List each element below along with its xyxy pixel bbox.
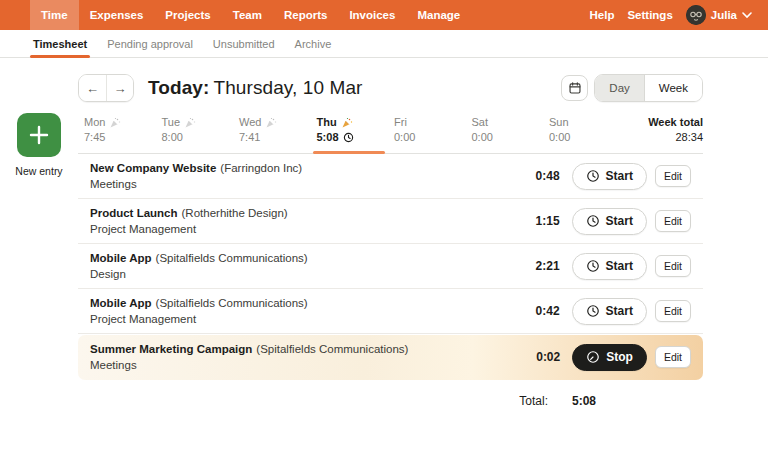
entry-project: Mobile App [90, 252, 152, 264]
entry-info: Mobile App(Spitalfields Communications) … [90, 296, 512, 326]
page-title: Today:Thursday, 10 Mar [148, 77, 363, 99]
day-cell-wed[interactable]: Wed 7:41 [233, 116, 311, 144]
new-entry-column: New entry [0, 112, 78, 408]
entry-project: Summer Marketing Campaign [90, 343, 252, 355]
day-cell-sat[interactable]: Sat 0:00 [466, 116, 544, 144]
tab-pending-approval[interactable]: Pending approval [107, 30, 193, 57]
start-label: Start [606, 214, 633, 228]
nav-item-reports[interactable]: Reports [273, 0, 338, 30]
entry-task: Project Management [90, 222, 512, 236]
entry-client: (Spitalfields Communications) [156, 297, 308, 309]
entry-info: Mobile App(Spitalfields Communications) … [90, 251, 512, 281]
week-total: Week total 28:34 [648, 116, 703, 144]
day-name: Sat [472, 116, 489, 129]
day-cell-fri[interactable]: Fri 0:00 [388, 116, 466, 144]
entry-client: (Spitalfields Communications) [156, 252, 308, 264]
clock-icon [586, 304, 600, 318]
day-cell-thu-selected[interactable]: Thu 5:08 [311, 116, 389, 144]
plus-icon [28, 124, 50, 146]
day-name: Sun [549, 116, 569, 129]
entry-project: New Company Website [90, 162, 216, 174]
edit-entry-button[interactable]: Edit [655, 165, 691, 187]
entry-task: Project Management [90, 312, 512, 326]
user-name: Julia [711, 9, 737, 21]
nav-item-manage[interactable]: Manage [406, 0, 471, 30]
nav-item-team[interactable]: Team [222, 0, 273, 30]
clock-icon [586, 259, 600, 273]
start-timer-button[interactable]: Start [572, 208, 647, 235]
day-total: 0:00 [472, 131, 544, 144]
day-name: Thu [317, 116, 337, 129]
edit-entry-button[interactable]: Edit [655, 346, 691, 368]
celebration-icon [109, 117, 121, 129]
timesheet-row: Mobile App(Spitalfields Communications) … [78, 289, 703, 334]
stop-timer-button[interactable]: Stop [572, 344, 647, 371]
timesheet-table: Mon 7:45 Tue 8:00 Wed 7:41 Thu [78, 112, 703, 408]
timesheet-row: Product Launch(Rotherhithe Design) Proje… [78, 199, 703, 244]
start-timer-button[interactable]: Start [572, 298, 647, 325]
day-cell-sun[interactable]: Sun 0:00 [543, 116, 621, 144]
entry-client: (Spitalfields Communications) [256, 343, 408, 355]
title-date: Thursday, 10 Mar [213, 77, 362, 98]
next-day-button[interactable]: → [106, 75, 133, 101]
celebration-icon [265, 117, 277, 129]
view-week-button[interactable]: Week [644, 75, 702, 101]
new-entry-label: New entry [0, 165, 78, 177]
celebration-icon [341, 117, 353, 129]
total-value: 5:08 [572, 394, 596, 408]
settings-link[interactable]: Settings [627, 9, 672, 21]
edit-entry-button[interactable]: Edit [655, 210, 691, 232]
entry-client: (Farringdon Inc) [220, 162, 302, 174]
previous-day-button[interactable]: ← [79, 75, 106, 101]
edit-entry-button[interactable]: Edit [655, 300, 691, 322]
calendar-icon [568, 81, 582, 95]
new-entry-button[interactable] [17, 113, 61, 157]
day-cell-mon[interactable]: Mon 7:45 [78, 116, 156, 144]
view-day-button[interactable]: Day [595, 75, 643, 101]
week-total-value: 28:34 [648, 131, 703, 144]
nav-item-invoices[interactable]: Invoices [338, 0, 406, 30]
day-cell-tue[interactable]: Tue 8:00 [156, 116, 234, 144]
tab-unsubmitted[interactable]: Unsubmitted [213, 30, 275, 57]
timesheet-row: New Company Website(Farringdon Inc) Meet… [78, 154, 703, 199]
start-timer-button[interactable]: Start [572, 163, 647, 190]
start-label: Start [606, 259, 633, 273]
edit-entry-button[interactable]: Edit [655, 255, 691, 277]
week-total-label: Week total [648, 116, 703, 129]
tab-timesheet[interactable]: Timesheet [33, 30, 87, 57]
nav-item-time[interactable]: Time [30, 0, 79, 30]
page-header: ← → Today:Thursday, 10 Mar Day Week [78, 74, 703, 102]
timesheet-row: Mobile App(Spitalfields Communications) … [78, 244, 703, 289]
chevron-down-icon [742, 12, 752, 19]
tab-archive[interactable]: Archive [295, 30, 332, 57]
entry-task: Meetings [90, 358, 512, 372]
total-label: Total: [519, 394, 548, 408]
day-total: 0:00 [549, 131, 621, 144]
top-navigation-bar: Time Expenses Projects Team Reports Invo… [0, 0, 768, 30]
calendar-picker-button[interactable] [561, 75, 588, 101]
user-menu[interactable]: Julia [686, 5, 752, 25]
entry-info: Summer Marketing Campaign(Spitalfields C… [90, 342, 512, 372]
day-name: Fri [394, 116, 407, 129]
help-link[interactable]: Help [589, 9, 614, 21]
day-name: Tue [162, 116, 181, 129]
day-total: 0:00 [394, 131, 466, 144]
day-total: 5:08 [317, 131, 389, 144]
start-timer-button[interactable]: Start [572, 253, 647, 280]
week-header: Mon 7:45 Tue 8:00 Wed 7:41 Thu [78, 112, 703, 154]
nav-item-projects[interactable]: Projects [154, 0, 221, 30]
date-nav-arrows: ← → [78, 74, 134, 102]
day-name: Mon [84, 116, 105, 129]
topbar-right-group: Help Settings Julia [589, 0, 768, 30]
timesheet-content: New entry Mon 7:45 Tue 8:00 Wed 7:41 [0, 112, 768, 408]
entry-project: Product Launch [90, 207, 178, 219]
day-name: Wed [239, 116, 261, 129]
start-label: Start [606, 304, 633, 318]
stopwatch-icon [586, 350, 600, 364]
day-total: 7:45 [84, 131, 156, 144]
day-total: 8:00 [162, 131, 234, 144]
nav-item-expenses[interactable]: Expenses [79, 0, 155, 30]
entry-task: Meetings [90, 177, 512, 191]
day-total: 7:41 [239, 131, 311, 144]
stop-label: Stop [606, 350, 633, 364]
